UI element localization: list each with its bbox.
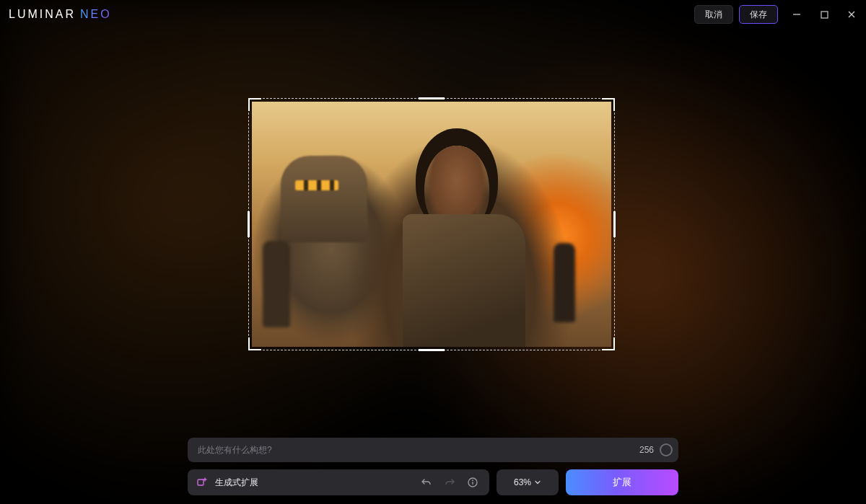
crop-handle-top[interactable] xyxy=(419,97,445,100)
char-counter: 256 xyxy=(639,445,654,455)
crop-frame[interactable] xyxy=(248,98,615,350)
minimize-icon[interactable] xyxy=(791,9,802,20)
redo-icon xyxy=(442,474,458,490)
zoom-dropdown[interactable]: 63% xyxy=(497,469,559,495)
image-preview xyxy=(252,102,611,347)
crop-handle-tl[interactable] xyxy=(248,98,261,111)
svg-rect-4 xyxy=(198,479,204,485)
maximize-icon[interactable] xyxy=(818,9,830,20)
cancel-button[interactable]: 取消 xyxy=(694,5,733,24)
mode-label: 生成式扩展 xyxy=(215,477,258,489)
crop-handle-bl[interactable] xyxy=(248,337,261,350)
crop-handle-left[interactable] xyxy=(248,211,250,237)
crop-handle-right[interactable] xyxy=(613,211,616,237)
svg-point-6 xyxy=(472,479,473,481)
zoom-value: 63% xyxy=(514,477,531,487)
mode-panel: 生成式扩展 xyxy=(188,469,489,495)
crop-handle-bottom[interactable] xyxy=(419,349,445,351)
app-logo: LUMINAR NEO xyxy=(9,8,112,21)
chevron-down-icon xyxy=(534,479,541,486)
undo-icon[interactable] xyxy=(419,474,434,490)
window-controls xyxy=(791,9,857,20)
title-bar: LUMINAR NEO 取消 保存 xyxy=(0,0,866,29)
save-button[interactable]: 保存 xyxy=(739,5,778,24)
logo-main: LUMINAR xyxy=(9,8,76,21)
crop-handle-br[interactable] xyxy=(602,337,615,350)
bottom-toolbar: 256 生成式扩展 63% 扩展 xyxy=(188,438,678,495)
logo-sub: NEO xyxy=(80,8,112,21)
crop-handle-tr[interactable] xyxy=(602,98,615,111)
info-icon[interactable] xyxy=(465,474,481,490)
expand-button[interactable]: 扩展 xyxy=(566,469,678,495)
prompt-input[interactable] xyxy=(198,445,637,455)
close-icon[interactable] xyxy=(846,9,857,20)
generative-expand-icon xyxy=(196,477,208,488)
char-ring-icon xyxy=(660,443,673,456)
svg-rect-1 xyxy=(821,12,828,18)
prompt-container: 256 xyxy=(188,438,678,462)
svg-rect-7 xyxy=(472,482,473,485)
